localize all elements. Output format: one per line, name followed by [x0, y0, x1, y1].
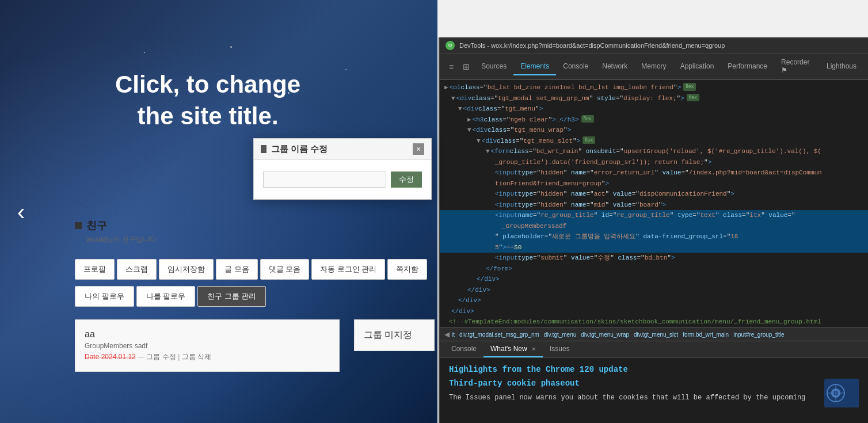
friend-title-text: 친구 — [86, 219, 107, 233]
code-line-20: </div> — [440, 285, 868, 296]
group-name: aa — [85, 329, 330, 340]
friend-title-row: 친구 — [75, 219, 157, 233]
friend-icon — [75, 222, 82, 229]
devtools-inspect-icon[interactable]: ⊞ — [458, 59, 474, 75]
devtools-bottom-tabs: Console What's New ✕ Issues — [440, 341, 868, 358]
nav-btn-scrap[interactable]: 스크랩 — [117, 259, 157, 280]
group-unassigned-text: 그룹 미지정 — [364, 329, 425, 341]
group-edit-modal: 그룹 이름 수정 × 수정 — [253, 138, 432, 200]
code-line-13-highlighted[interactable]: <input name="re_group_title" id="re_grou… — [440, 210, 868, 221]
code-line-5: ▼ <div class="tgt_menu_wrap"> — [440, 125, 868, 136]
devtools-tabs-bar: ≡ ⊞ Sources Elements Console Network Mem… — [440, 54, 868, 80]
modal-title: 그룹 이름 수정 — [271, 144, 328, 155]
group-delete-link[interactable]: 그룹 삭제 — [182, 353, 211, 361]
bc-tgt-modal[interactable]: div.tgt_modal.set_msg_grp_nm — [459, 331, 539, 338]
modal-header-icon — [261, 145, 267, 153]
devtools-titlebar: DevTools - wox.kr/index.php?mid=board&ac… — [440, 37, 868, 54]
code-line-23: <!--#TemplateEnd:modules/communication/s… — [440, 317, 868, 327]
bc-tgt-menu[interactable]: div.tgt_menu — [544, 331, 577, 338]
bc-input-re-group-title[interactable]: input#re_group_title — [733, 331, 784, 338]
bc-tgt-menu-wrap[interactable]: div.tgt_menu_wrap — [581, 331, 629, 338]
group-date: Date 2024.01.12 — [85, 353, 136, 361]
cookie-phaseout-title[interactable]: Third-party cookie phaseout — [449, 379, 859, 388]
group-unassigned-card: 그룹 미지정 — [354, 319, 435, 351]
code-line-14-highlighted: _GroupMemberssadf — [440, 221, 868, 232]
whats-new-content: Highlights from the Chrome 120 update Th… — [440, 358, 868, 410]
code-line-6: ▼ <div class="tgt_menu_slct"> flex — [440, 136, 868, 147]
code-line-9: <input type="hidden" name="error_return_… — [440, 167, 868, 178]
breadcrumb-bar: ◀ it div.tgt_modal.set_msg_grp_nm div.tg… — [440, 327, 868, 341]
nav-buttons: 프로필 스크랩 임시저장함 글 모음 댓글 모음 자동 로그인 관리 쪽지함 — [75, 259, 427, 280]
devtools-tab-memory[interactable]: Memory — [634, 58, 673, 75]
sub-nav-groupmanage[interactable]: 친구 그룹 관리 — [197, 286, 266, 307]
bottom-tab-issues[interactable]: Issues — [543, 341, 577, 357]
whats-new-chrome-title[interactable]: Highlights from the Chrome 120 update — [449, 365, 859, 374]
collapse-arrow[interactable]: ▶ — [444, 83, 448, 93]
bc-it[interactable]: it — [452, 331, 455, 338]
nav-btn-message[interactable]: 쪽지함 — [387, 259, 427, 280]
code-line-11: <input type="hidden" name="act" value="d… — [440, 189, 868, 200]
sub-nav: 나의 팔로우 나를 팔로우 친구 그룹 관리 — [75, 286, 266, 307]
code-line-21: </div> — [440, 295, 868, 306]
chrome-favicon — [446, 41, 455, 50]
nav-btn-temp[interactable]: 임시저장함 — [159, 259, 214, 280]
code-line-22: </div> — [440, 306, 868, 317]
code-line-3: ▼ <div class="tgt_menu"> — [440, 104, 868, 115]
devtools-tab-lighthouse[interactable]: Lighthous — [820, 58, 863, 75]
nav-btn-comments[interactable]: 댓글 모음 — [260, 259, 310, 280]
devtools-tab-elements[interactable]: Elements — [513, 58, 556, 75]
whats-new-cookie-section: Third-party cookie phaseout The Issues p… — [449, 379, 859, 403]
code-line-4: ▶ <h3 class="ngeb clear"> … </h3> flex — [440, 115, 868, 125]
friend-section: 친구 woxdd님의 친구입니다 — [75, 219, 157, 251]
nav-btn-profile[interactable]: 프로필 — [75, 259, 115, 280]
site-title[interactable]: Click, to change the site title. — [115, 69, 300, 132]
nav-btn-autologin[interactable]: 자동 로그인 관리 — [311, 259, 385, 280]
bottom-tab-console[interactable]: Console — [444, 341, 484, 357]
code-line-15-highlighted: " placeholder="새로운 그룹명을 입력하세요" data-frie… — [440, 231, 868, 242]
nav-btn-posts[interactable]: 글 모음 — [216, 259, 258, 280]
code-line-1: ▶ <ol class="bd_lst bd_zine zine1nel bd_… — [440, 82, 868, 93]
group-sub: GroupMembers sadf — [85, 342, 330, 350]
modal-body: 수정 — [254, 160, 431, 199]
devtools-tab-network[interactable]: Network — [595, 58, 634, 75]
carousel-prev-button[interactable]: ‹ — [17, 199, 25, 224]
devtools-menu-icon[interactable]: ≡ — [444, 59, 458, 75]
code-line-2: ▼ <div class="tgt_modal set_msg_grp_nm" … — [440, 93, 868, 104]
code-line-12: <input type="hidden" name="mid" value="b… — [440, 200, 868, 211]
cookie-thumbnail — [824, 379, 859, 407]
devtools-code-area[interactable]: ▶ <ol class="bd_lst bd_zine zine1nel bd_… — [440, 80, 868, 327]
code-line-19: </div> — [440, 274, 868, 285]
code-line-7: ▼ <form class="bd_wrt_main" onsubmit="up… — [440, 146, 868, 157]
code-line-17: <input type="submit" value="수정" class="b… — [440, 253, 868, 264]
devtools-tab-console[interactable]: Console — [556, 58, 595, 75]
devtools-tab-performance[interactable]: Performance — [721, 58, 774, 75]
modal-input-field[interactable] — [263, 172, 386, 188]
code-line-10: tionFriend&friend_menu=group"> — [440, 178, 868, 189]
sub-nav-myfollowing[interactable]: 나의 팔로우 — [75, 286, 134, 307]
devtools-tab-application[interactable]: Application — [673, 58, 721, 75]
code-line-18: </form> — [440, 264, 868, 275]
code-line-16-highlighted: 5"> == $0 — [440, 242, 868, 253]
code-line-8: _group_title').data('friend_group_srl'))… — [440, 157, 868, 168]
bc-tgt-menu-slct[interactable]: div.tgt_menu_slct — [634, 331, 678, 338]
group-actions: Date 2024.01.12 — 그룹 수정 | 그룹 삭제 — [85, 352, 330, 362]
group-edit-link[interactable]: 그룹 수정 — [146, 353, 176, 361]
devtools-tab-recorder[interactable]: Recorder ⚑ — [774, 54, 820, 79]
sub-nav-followers[interactable]: 나를 팔로우 — [136, 286, 196, 307]
devtools-tab-sources[interactable]: Sources — [474, 58, 513, 75]
breadcrumb-nav-left[interactable]: ◀ — [444, 330, 450, 338]
friend-subtitle: woxdd님의 친구입니다 — [86, 235, 157, 245]
cookie-phaseout-body: The Issues panel now warns you about the… — [449, 392, 859, 403]
whats-new-close[interactable]: ✕ — [531, 346, 536, 352]
friend-group-card: aa GroupMembers sadf Date 2024.01.12 — 그… — [75, 319, 340, 372]
devtools-panel: DevTools - wox.kr/index.php?mid=board&ac… — [439, 37, 868, 423]
modal-header: 그룹 이름 수정 × — [254, 139, 431, 160]
bc-form-bd-wrt-main[interactable]: form.bd_wrt_main — [683, 331, 729, 338]
modal-close-button[interactable]: × — [413, 143, 424, 155]
modal-submit-button[interactable]: 수정 — [391, 172, 422, 188]
devtools-url: DevTools - wox.kr/index.php?mid=board&ac… — [459, 42, 862, 49]
bottom-tab-whatsnew[interactable]: What's New ✕ — [484, 341, 543, 357]
